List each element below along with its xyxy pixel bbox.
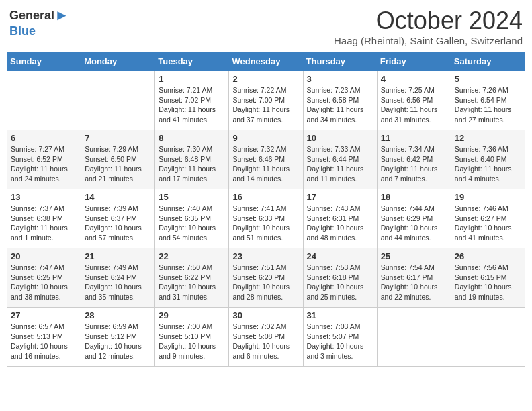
cell-content: Sunrise: 7:33 AM Sunset: 6:44 PM Dayligh… (307, 144, 373, 184)
calendar-cell: 23Sunrise: 7:51 AM Sunset: 6:20 PM Dayli… (229, 248, 303, 308)
day-number: 11 (381, 133, 447, 143)
day-number: 16 (232, 192, 299, 202)
cell-content: Sunrise: 7:23 AM Sunset: 6:58 PM Dayligh… (307, 85, 373, 125)
calendar-cell: 13Sunrise: 7:37 AM Sunset: 6:38 PM Dayli… (7, 189, 81, 248)
day-number: 1 (159, 74, 225, 84)
day-number: 21 (85, 251, 151, 261)
cell-content: Sunrise: 7:34 AM Sunset: 6:42 PM Dayligh… (381, 144, 447, 184)
cell-content: Sunrise: 7:43 AM Sunset: 6:31 PM Dayligh… (307, 203, 373, 243)
day-number: 13 (11, 192, 77, 202)
cell-content: Sunrise: 7:51 AM Sunset: 6:20 PM Dayligh… (232, 263, 299, 302)
logo-blue-text: Blue (9, 24, 36, 38)
day-header-monday: Monday (81, 52, 155, 71)
cell-content: Sunrise: 6:57 AM Sunset: 5:13 PM Dayligh… (11, 322, 77, 361)
cell-content: Sunrise: 7:46 AM Sunset: 6:27 PM Dayligh… (455, 203, 521, 243)
day-number: 22 (159, 251, 225, 261)
day-number: 9 (232, 133, 299, 143)
logo: General ► Blue (9, 7, 69, 38)
day-number: 6 (11, 133, 77, 143)
calendar-cell: 24Sunrise: 7:53 AM Sunset: 6:18 PM Dayli… (303, 248, 377, 308)
day-number: 24 (307, 251, 373, 261)
day-number: 29 (159, 310, 225, 320)
cell-content: Sunrise: 7:27 AM Sunset: 6:52 PM Dayligh… (11, 144, 77, 184)
calendar-cell: 9Sunrise: 7:32 AM Sunset: 6:46 PM Daylig… (229, 130, 303, 189)
day-number: 30 (232, 310, 299, 320)
calendar-body: 1Sunrise: 7:21 AM Sunset: 7:02 PM Daylig… (7, 71, 525, 367)
day-number: 20 (11, 251, 77, 261)
title-area: October 2024 Haag (Rheintal), Saint Gall… (334, 7, 523, 46)
month-title: October 2024 (334, 7, 523, 35)
calendar-cell (7, 71, 81, 130)
day-header-friday: Friday (377, 52, 451, 71)
calendar-week-3: 13Sunrise: 7:37 AM Sunset: 6:38 PM Dayli… (7, 189, 525, 248)
day-header-wednesday: Wednesday (229, 52, 303, 71)
cell-content: Sunrise: 7:50 AM Sunset: 6:22 PM Dayligh… (159, 263, 225, 302)
cell-content: Sunrise: 7:41 AM Sunset: 6:33 PM Dayligh… (232, 203, 299, 243)
calendar-cell: 11Sunrise: 7:34 AM Sunset: 6:42 PM Dayli… (377, 130, 451, 189)
cell-content: Sunrise: 7:00 AM Sunset: 5:10 PM Dayligh… (159, 322, 225, 361)
calendar-cell: 7Sunrise: 7:29 AM Sunset: 6:50 PM Daylig… (81, 130, 155, 189)
cell-content: Sunrise: 7:25 AM Sunset: 6:56 PM Dayligh… (381, 85, 447, 125)
calendar-cell (377, 308, 451, 367)
cell-content: Sunrise: 7:44 AM Sunset: 6:29 PM Dayligh… (381, 203, 447, 243)
calendar-cell: 22Sunrise: 7:50 AM Sunset: 6:22 PM Dayli… (155, 248, 229, 308)
cell-content: Sunrise: 7:56 AM Sunset: 6:15 PM Dayligh… (455, 263, 521, 302)
logo-general-text: General (9, 9, 54, 23)
logo-bird-icon: ► (54, 7, 69, 24)
calendar-cell: 1Sunrise: 7:21 AM Sunset: 7:02 PM Daylig… (155, 71, 229, 130)
day-header-sunday: Sunday (7, 52, 81, 71)
location-title: Haag (Rheintal), Saint Gallen, Switzerla… (334, 35, 523, 46)
calendar-cell: 12Sunrise: 7:36 AM Sunset: 6:40 PM Dayli… (451, 130, 525, 189)
calendar-week-4: 20Sunrise: 7:47 AM Sunset: 6:25 PM Dayli… (7, 248, 525, 308)
cell-content: Sunrise: 7:32 AM Sunset: 6:46 PM Dayligh… (232, 144, 299, 184)
cell-content: Sunrise: 7:03 AM Sunset: 5:07 PM Dayligh… (307, 322, 373, 361)
day-header-thursday: Thursday (303, 52, 377, 71)
day-number: 26 (455, 251, 521, 261)
calendar-cell: 10Sunrise: 7:33 AM Sunset: 6:44 PM Dayli… (303, 130, 377, 189)
calendar-cell: 18Sunrise: 7:44 AM Sunset: 6:29 PM Dayli… (377, 189, 451, 248)
day-header-saturday: Saturday (451, 52, 525, 71)
day-number: 12 (455, 133, 521, 143)
cell-content: Sunrise: 6:59 AM Sunset: 5:12 PM Dayligh… (85, 322, 151, 361)
calendar-cell: 29Sunrise: 7:00 AM Sunset: 5:10 PM Dayli… (155, 308, 229, 367)
day-number: 18 (381, 192, 447, 202)
calendar-cell: 20Sunrise: 7:47 AM Sunset: 6:25 PM Dayli… (7, 248, 81, 308)
calendar-week-5: 27Sunrise: 6:57 AM Sunset: 5:13 PM Dayli… (7, 308, 525, 367)
day-number: 19 (455, 192, 521, 202)
calendar-cell: 2Sunrise: 7:22 AM Sunset: 7:00 PM Daylig… (229, 71, 303, 130)
day-number: 15 (159, 192, 225, 202)
cell-content: Sunrise: 7:39 AM Sunset: 6:37 PM Dayligh… (85, 203, 151, 243)
calendar-header-row: SundayMondayTuesdayWednesdayThursdayFrid… (7, 52, 525, 71)
cell-content: Sunrise: 7:21 AM Sunset: 7:02 PM Dayligh… (159, 85, 225, 125)
calendar-cell: 14Sunrise: 7:39 AM Sunset: 6:37 PM Dayli… (81, 189, 155, 248)
day-number: 17 (307, 192, 373, 202)
calendar-cell (451, 308, 525, 367)
calendar-cell (81, 71, 155, 130)
cell-content: Sunrise: 7:36 AM Sunset: 6:40 PM Dayligh… (455, 144, 521, 184)
day-number: 10 (307, 133, 373, 143)
calendar-cell: 8Sunrise: 7:30 AM Sunset: 6:48 PM Daylig… (155, 130, 229, 189)
day-number: 14 (85, 192, 151, 202)
calendar-cell: 30Sunrise: 7:02 AM Sunset: 5:08 PM Dayli… (229, 308, 303, 367)
calendar-cell: 28Sunrise: 6:59 AM Sunset: 5:12 PM Dayli… (81, 308, 155, 367)
calendar-cell: 27Sunrise: 6:57 AM Sunset: 5:13 PM Dayli… (7, 308, 81, 367)
calendar-week-2: 6Sunrise: 7:27 AM Sunset: 6:52 PM Daylig… (7, 130, 525, 189)
day-number: 25 (381, 251, 447, 261)
cell-content: Sunrise: 7:40 AM Sunset: 6:35 PM Dayligh… (159, 203, 225, 243)
day-header-tuesday: Tuesday (155, 52, 229, 71)
day-number: 31 (307, 310, 373, 320)
day-number: 5 (455, 74, 521, 84)
cell-content: Sunrise: 7:30 AM Sunset: 6:48 PM Dayligh… (159, 144, 225, 184)
cell-content: Sunrise: 7:54 AM Sunset: 6:17 PM Dayligh… (381, 263, 447, 302)
cell-content: Sunrise: 7:22 AM Sunset: 7:00 PM Dayligh… (232, 85, 299, 125)
day-number: 8 (159, 133, 225, 143)
calendar-cell: 31Sunrise: 7:03 AM Sunset: 5:07 PM Dayli… (303, 308, 377, 367)
day-number: 27 (11, 310, 77, 320)
calendar-cell: 17Sunrise: 7:43 AM Sunset: 6:31 PM Dayli… (303, 189, 377, 248)
cell-content: Sunrise: 7:29 AM Sunset: 6:50 PM Dayligh… (85, 144, 151, 184)
day-number: 3 (307, 74, 373, 84)
cell-content: Sunrise: 7:26 AM Sunset: 6:54 PM Dayligh… (455, 85, 521, 125)
calendar-table: SundayMondayTuesdayWednesdayThursdayFrid… (7, 52, 525, 367)
cell-content: Sunrise: 7:02 AM Sunset: 5:08 PM Dayligh… (232, 322, 299, 361)
calendar-cell: 5Sunrise: 7:26 AM Sunset: 6:54 PM Daylig… (451, 71, 525, 130)
